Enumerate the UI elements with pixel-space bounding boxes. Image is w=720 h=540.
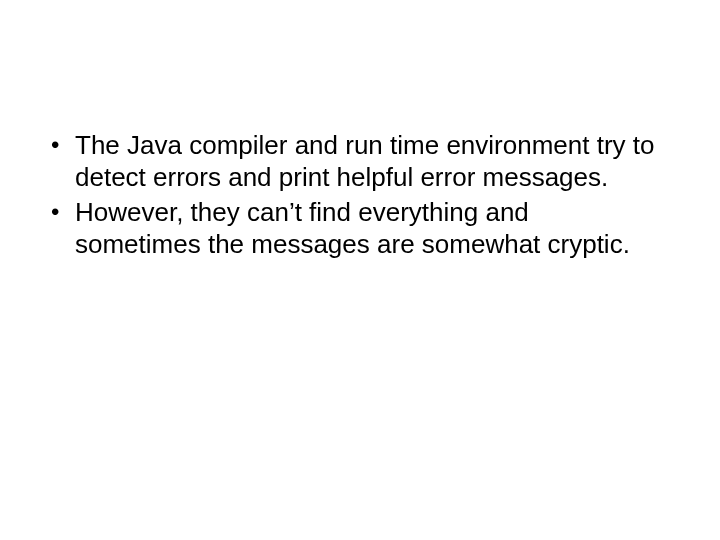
bullet-item: However, they can’t find everything and … (45, 197, 660, 260)
bullet-item: The Java compiler and run time environme… (45, 130, 660, 193)
bullet-text: However, they can’t find everything and … (75, 197, 630, 259)
slide-content: The Java compiler and run time environme… (0, 0, 720, 540)
bullet-text: The Java compiler and run time environme… (75, 130, 654, 192)
bullet-list: The Java compiler and run time environme… (45, 130, 660, 261)
